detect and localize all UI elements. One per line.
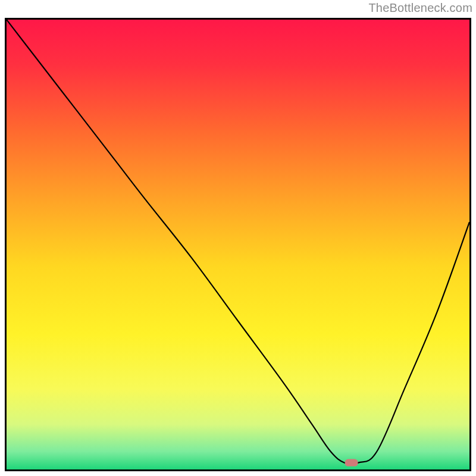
background-gradient	[7, 20, 469, 469]
bottleneck-marker	[345, 459, 358, 466]
watermark-text: TheBottleneck.com	[368, 1, 472, 15]
plot-svg	[7, 20, 469, 469]
plot-frame	[5, 18, 471, 471]
chart-container: TheBottleneck.com	[0, 0, 476, 476]
